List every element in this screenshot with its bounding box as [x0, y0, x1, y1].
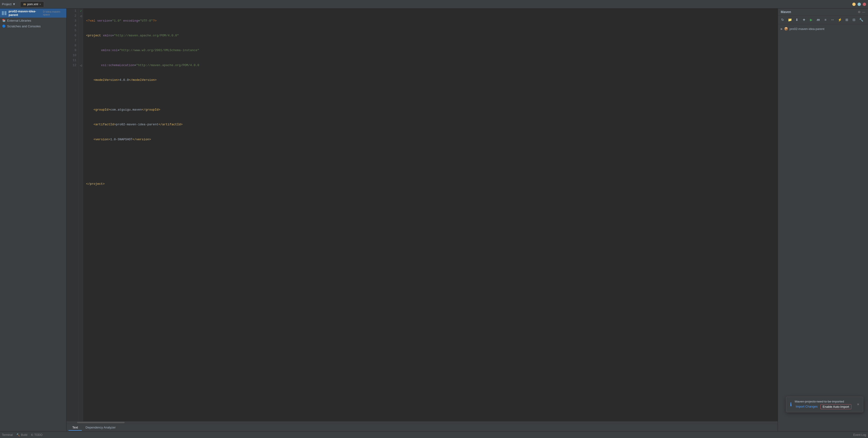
- title-bar-left: Project ▼: [2, 2, 16, 6]
- external-libraries-label: External Libraries: [7, 19, 31, 22]
- project-root-icon: ▊▊: [2, 11, 7, 15]
- terminal-status[interactable]: Terminal: [2, 433, 12, 437]
- notification-content: Maven projects need to be imported Impor…: [795, 400, 851, 409]
- project-root-path: D:\idea-maven-space: [43, 10, 64, 16]
- title-bar-tabs: m pom.xml ×: [20, 1, 44, 7]
- todo-status[interactable]: 6: TODO: [31, 433, 42, 437]
- horizontal-scrollbar[interactable]: [67, 421, 778, 424]
- maven-profiles-btn[interactable]: 📁: [787, 17, 793, 23]
- title-bar: Project ▼ m pom.xml ×: [0, 0, 868, 8]
- maven-generate-btn[interactable]: ⚡: [837, 17, 842, 23]
- code-content[interactable]: 1 2 3 4 5 6 7 8 9 10 11 12 ✓ ◁: [67, 8, 778, 421]
- code-line-9: <version>1.0-SNAPSHOT</version>: [86, 137, 775, 142]
- code-line-7: <groupId>com.atguigu.maven</groupId>: [86, 107, 775, 113]
- restore-button[interactable]: [858, 3, 861, 6]
- maven-add-btn[interactable]: +: [801, 17, 807, 23]
- build-status[interactable]: 🔨 Build: [17, 433, 27, 437]
- code-line-3: xmlns:xsi="http://www.w3.org/2001/XMLSch…: [86, 48, 775, 53]
- close-button[interactable]: [863, 3, 866, 6]
- code-line-11: [86, 167, 775, 172]
- notification-info-icon: ℹ: [790, 402, 792, 407]
- maven-minimize-icon[interactable]: —: [862, 10, 865, 14]
- terminal-label: Terminal: [2, 433, 12, 437]
- main-layout: ▊▊ pro02-maven-idea-parent D:\idea-maven…: [0, 8, 868, 431]
- code-editor: 1 2 3 4 5 6 7 8 9 10 11 12 ✓ ◁: [67, 8, 778, 431]
- maven-settings-icon[interactable]: ⚙: [858, 10, 861, 14]
- project-root[interactable]: ▊▊ pro02-maven-idea-parent D:\idea-maven…: [0, 8, 66, 18]
- maven-settings-btn[interactable]: 🔧: [858, 17, 864, 23]
- sidebar-item-scratches[interactable]: 🔵 Scratches and Consoles: [0, 23, 66, 29]
- maven-run-btn[interactable]: ▶: [808, 17, 814, 23]
- code-line-10: [86, 152, 775, 157]
- import-changes-btn[interactable]: Import Changes: [795, 404, 819, 409]
- scratches-label: Scratches and Consoles: [7, 25, 41, 28]
- code-line-6: [86, 93, 775, 98]
- status-right: Event Log: [853, 433, 866, 437]
- tab-dependency-analyzer[interactable]: Dependency Analyzer: [82, 425, 119, 431]
- line-numbers: 1 2 3 4 5 6 7 8 9 10 11 12: [67, 8, 79, 421]
- maven-refresh-btn[interactable]: ↻: [780, 17, 785, 23]
- sidebar: ▊▊ pro02-maven-idea-parent D:\idea-maven…: [0, 8, 67, 431]
- maven-tree-root[interactable]: ▶ 📦 pro02-maven-idea-parent: [778, 26, 868, 31]
- scratches-icon: 🔵: [2, 24, 6, 28]
- bottom-tabs: Text Dependency Analyzer: [67, 424, 778, 431]
- event-log-status[interactable]: Event Log: [853, 433, 866, 437]
- gutter-fold-2: ◁: [79, 13, 83, 19]
- maven-header-buttons: ⚙ —: [858, 10, 865, 14]
- enable-auto-import-btn[interactable]: Enable Auto-Import: [820, 404, 851, 409]
- tab-pom-xml[interactable]: m pom.xml ×: [20, 1, 44, 7]
- gutter-fold-12: ◁: [79, 63, 83, 68]
- maven-title: Maven: [781, 10, 791, 14]
- code-line-4: xsi:schemaLocation="http://maven.apache.…: [86, 63, 775, 68]
- build-label: Build: [21, 433, 27, 437]
- maven-panel: Maven ⚙ — ↻ 📁 ⬇ + ▶ m ≡ ↔ ⚡ ⊞ ⊟ 🔧 ▶ 📦: [778, 8, 868, 431]
- maven-header: Maven ⚙ —: [778, 8, 868, 15]
- minimize-button[interactable]: [852, 3, 856, 6]
- code-line-2: <project xmlns="http://maven.apache.org/…: [86, 33, 775, 38]
- project-root-name: pro02-maven-idea-parent: [8, 9, 40, 17]
- tab-label: pom.xml: [27, 3, 38, 6]
- maven-goal-btn[interactable]: m: [815, 17, 821, 23]
- maven-content-area: ▶ 📦 pro02-maven-idea-parent ℹ Maven proj…: [778, 24, 868, 431]
- maven-tree: ▶ 📦 pro02-maven-idea-parent: [778, 24, 868, 431]
- notification-actions: Import Changes Enable Auto-Import: [795, 404, 851, 409]
- sidebar-item-external-libraries[interactable]: 📚 External Libraries: [0, 18, 66, 23]
- maven-toggle-btn[interactable]: ≡: [823, 17, 828, 23]
- maven-collapse-btn[interactable]: ⊟: [851, 17, 857, 23]
- code-line-5: <modelVersion>4.0.0</modelVersion>: [86, 78, 775, 83]
- title-bar-right: [852, 3, 866, 6]
- code-line-12: </project>: [86, 182, 775, 187]
- status-bar: Terminal 🔨 Build 6: TODO Event Log: [0, 431, 868, 438]
- project-label: Project: [2, 2, 11, 6]
- maven-diagram-btn[interactable]: ⊞: [844, 17, 850, 23]
- project-dropdown-chevron: ▼: [12, 2, 16, 6]
- maven-skip-tests-btn[interactable]: ↔: [830, 17, 835, 23]
- tab-text[interactable]: Text: [68, 425, 82, 431]
- external-libraries-icon: 📚: [2, 19, 6, 22]
- notification-text: Maven projects need to be imported: [795, 400, 851, 403]
- maven-tree-chevron: ▶: [781, 27, 783, 30]
- gutter-check-1: ✓: [79, 8, 83, 13]
- tab-close-icon[interactable]: ×: [39, 3, 41, 6]
- notification-close-btn[interactable]: ×: [857, 402, 859, 407]
- code-line-8: <artifactId>pro02-maven-idea-parent</art…: [86, 122, 775, 127]
- h-scroll-thumb[interactable]: [77, 422, 125, 423]
- code-lines[interactable]: <?xml version="1.0" encoding="UTF-8"?> <…: [83, 8, 778, 421]
- maven-download-btn[interactable]: ⬇: [794, 17, 800, 23]
- maven-toolbar: ↻ 📁 ⬇ + ▶ m ≡ ↔ ⚡ ⊞ ⊟ 🔧: [778, 15, 868, 24]
- maven-project-icon: 📦: [784, 27, 788, 31]
- gutter-check: ✓ ◁ ◁: [79, 8, 83, 421]
- code-line-1: <?xml version="1.0" encoding="UTF-8"?>: [86, 19, 775, 24]
- event-log-label: Event Log: [853, 433, 866, 437]
- maven-project-name: pro02-maven-idea-parent: [789, 27, 825, 31]
- notification-popup: ℹ Maven projects need to be imported Imp…: [786, 397, 863, 412]
- tab-icon: m: [23, 3, 26, 6]
- editor-area: 1 2 3 4 5 6 7 8 9 10 11 12 ✓ ◁: [67, 8, 778, 431]
- todo-label: 6: TODO: [31, 433, 42, 437]
- build-icon: 🔨: [17, 433, 20, 437]
- project-dropdown[interactable]: Project ▼: [2, 2, 16, 6]
